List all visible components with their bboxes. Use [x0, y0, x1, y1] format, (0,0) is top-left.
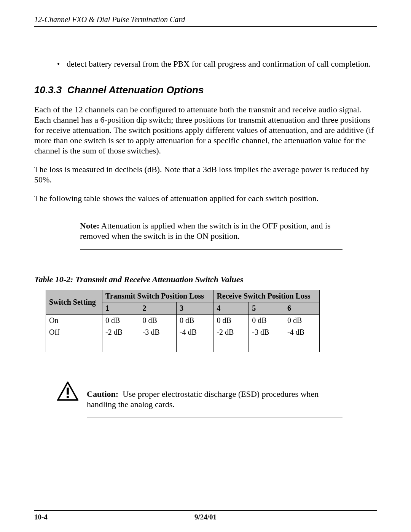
table-row: On 0 dB 0 dB 0 dB 0 dB 0 dB 0 dB [46, 315, 320, 327]
page-footer: 10-4 9/24/01 [34, 510, 377, 521]
table-cell: -3 dB [249, 326, 284, 338]
body-paragraph: Each of the 12 channels can be configure… [34, 104, 377, 156]
section-number: 10.3.3 [34, 84, 62, 96]
svg-rect-2 [67, 396, 69, 398]
warning-icon [57, 381, 78, 402]
table-cell: 0 dB [102, 315, 139, 327]
note-label: Note: [80, 221, 99, 230]
body-paragraph: The loss is measured in decibels (dB). N… [34, 164, 377, 185]
bullet-text: detect battery reversal from the PBX for… [67, 59, 371, 69]
caution-body: Use proper electrostatic discharge (ESD)… [87, 389, 319, 409]
table-cell: 0 dB [213, 315, 249, 327]
caution-label: Caution: [87, 389, 118, 399]
table-cell: -2 dB [102, 326, 139, 338]
table-cell: -3 dB [139, 326, 176, 338]
table-cell: 0 dB [284, 315, 320, 327]
table-cell: 0 dB [176, 315, 213, 327]
caution-text: Caution: Use proper electrostatic discha… [87, 389, 342, 409]
table-col-3: 3 [176, 302, 213, 315]
table-header-receive: Receive Switch Position Loss [213, 290, 320, 302]
page-header: 12-Channel FXO & Dial Pulse Termination … [34, 15, 377, 27]
caution-block: Caution: Use proper electrostatic discha… [57, 381, 342, 417]
table-cell: 0 dB [139, 315, 176, 327]
table-header-transmit: Transmit Switch Position Loss [102, 290, 213, 302]
bullet-item: • detect battery reversal from the PBX f… [57, 59, 377, 69]
table-cell: -4 dB [176, 326, 213, 338]
table-col-1: 1 [102, 302, 139, 315]
table-row-label: Off [46, 326, 102, 338]
table-row [46, 338, 320, 352]
table-caption: Table 10-2: Transmit and Receive Attenua… [34, 275, 377, 284]
attenuation-table: Switch Setting Transmit Switch Position … [46, 290, 320, 352]
table-cell: -4 dB [284, 326, 320, 338]
table-col-6: 6 [284, 302, 320, 315]
page-number: 10-4 [34, 513, 48, 521]
table-cell: -2 dB [213, 326, 249, 338]
table-row: Off -2 dB -3 dB -4 dB -2 dB -3 dB -4 dB [46, 326, 320, 338]
table-header-switch: Switch Setting [46, 290, 102, 315]
note-text: Note: Attenuation is applied when the sw… [80, 220, 342, 241]
body-paragraph: The following table shows the values of … [34, 193, 377, 203]
page-date: 9/24/01 [194, 513, 217, 521]
table-col-5: 5 [249, 302, 284, 315]
note-block: Note: Attenuation is applied when the sw… [80, 212, 342, 250]
table-col-4: 4 [213, 302, 249, 315]
table-row-label: On [46, 315, 102, 327]
table-col-2: 2 [139, 302, 176, 315]
table-cell: 0 dB [249, 315, 284, 327]
section-heading: 10.3.3 Channel Attenuation Options [34, 84, 377, 96]
section-title: Channel Attenuation Options [67, 84, 204, 96]
note-body: Attenuation is applied when the switch i… [80, 221, 331, 241]
bullet-icon: • [57, 59, 67, 69]
svg-rect-1 [67, 387, 69, 395]
